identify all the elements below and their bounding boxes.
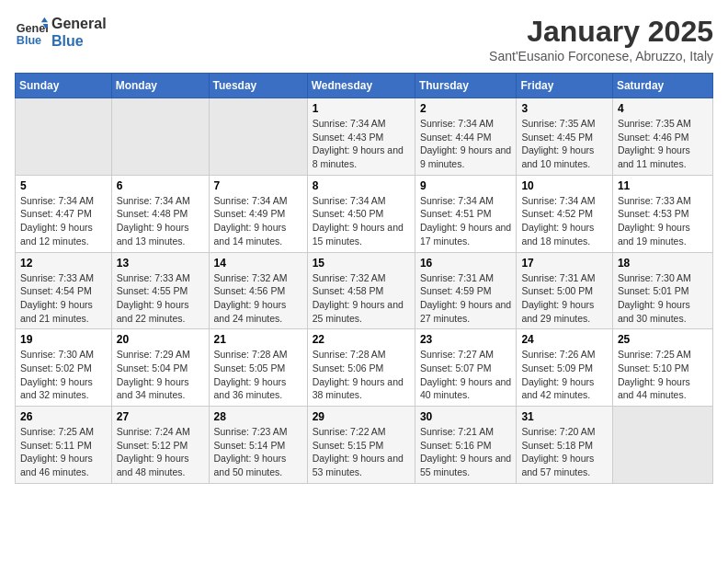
day-number: 27 xyxy=(117,410,204,423)
day-cell: 29Sunrise: 7:22 AM Sunset: 5:15 PM Dayli… xyxy=(307,407,415,484)
day-number: 15 xyxy=(313,257,410,270)
location-subtitle: Sant'Eusanio Forconese, Abruzzo, Italy xyxy=(489,49,713,63)
day-cell: 19Sunrise: 7:30 AM Sunset: 5:02 PM Dayli… xyxy=(16,329,112,407)
day-cell: 31Sunrise: 7:20 AM Sunset: 5:18 PM Dayli… xyxy=(517,407,612,484)
day-cell: 10Sunrise: 7:34 AM Sunset: 4:52 PM Dayli… xyxy=(517,175,612,252)
day-cell xyxy=(16,98,112,176)
day-info: Sunrise: 7:33 AM Sunset: 4:55 PM Dayligh… xyxy=(117,271,204,326)
day-info: Sunrise: 7:34 AM Sunset: 4:49 PM Dayligh… xyxy=(214,194,302,248)
day-info: Sunrise: 7:35 AM Sunset: 4:46 PM Dayligh… xyxy=(618,117,708,171)
day-info: Sunrise: 7:34 AM Sunset: 4:43 PM Dayligh… xyxy=(313,117,410,171)
week-row-2: 5Sunrise: 7:34 AM Sunset: 4:47 PM Daylig… xyxy=(16,175,713,252)
day-cell: 9Sunrise: 7:34 AM Sunset: 4:51 PM Daylig… xyxy=(415,175,517,252)
header-day-saturday: Saturday xyxy=(612,74,712,98)
day-cell: 3Sunrise: 7:35 AM Sunset: 4:45 PM Daylig… xyxy=(517,98,612,176)
day-number: 25 xyxy=(618,333,708,346)
day-cell: 16Sunrise: 7:31 AM Sunset: 4:59 PM Dayli… xyxy=(415,252,517,329)
day-info: Sunrise: 7:27 AM Sunset: 5:07 PM Dayligh… xyxy=(420,348,512,402)
day-number: 22 xyxy=(313,333,410,346)
day-number: 7 xyxy=(214,179,302,192)
day-info: Sunrise: 7:34 AM Sunset: 4:47 PM Dayligh… xyxy=(20,194,107,248)
day-cell: 30Sunrise: 7:21 AM Sunset: 5:16 PM Dayli… xyxy=(415,407,517,484)
day-number: 18 xyxy=(618,257,708,270)
day-cell: 12Sunrise: 7:33 AM Sunset: 4:54 PM Dayli… xyxy=(16,252,112,329)
day-info: Sunrise: 7:25 AM Sunset: 5:10 PM Dayligh… xyxy=(618,348,708,402)
day-info: Sunrise: 7:34 AM Sunset: 4:48 PM Dayligh… xyxy=(117,194,204,248)
header-row: SundayMondayTuesdayWednesdayThursdayFrid… xyxy=(16,74,713,98)
month-title: January 2025 xyxy=(489,15,713,49)
day-number: 6 xyxy=(117,179,204,192)
day-cell: 26Sunrise: 7:25 AM Sunset: 5:11 PM Dayli… xyxy=(16,407,112,484)
header-day-wednesday: Wednesday xyxy=(307,74,415,98)
day-info: Sunrise: 7:24 AM Sunset: 5:12 PM Dayligh… xyxy=(117,425,204,479)
day-info: Sunrise: 7:34 AM Sunset: 4:44 PM Dayligh… xyxy=(420,117,512,171)
day-number: 3 xyxy=(521,102,607,115)
day-cell: 15Sunrise: 7:32 AM Sunset: 4:58 PM Dayli… xyxy=(307,252,415,329)
day-number: 20 xyxy=(117,333,204,346)
day-info: Sunrise: 7:29 AM Sunset: 5:04 PM Dayligh… xyxy=(117,348,204,402)
day-number: 13 xyxy=(117,257,204,270)
calendar-table: SundayMondayTuesdayWednesdayThursdayFrid… xyxy=(15,73,713,484)
day-number: 23 xyxy=(420,333,512,346)
day-number: 24 xyxy=(521,333,607,346)
svg-text:Blue: Blue xyxy=(17,34,41,47)
day-cell: 11Sunrise: 7:33 AM Sunset: 4:53 PM Dayli… xyxy=(612,175,712,252)
day-info: Sunrise: 7:34 AM Sunset: 4:52 PM Dayligh… xyxy=(521,194,607,248)
day-info: Sunrise: 7:31 AM Sunset: 5:00 PM Dayligh… xyxy=(521,271,607,326)
day-number: 26 xyxy=(20,410,107,423)
day-cell: 21Sunrise: 7:28 AM Sunset: 5:05 PM Dayli… xyxy=(209,329,307,407)
day-number: 16 xyxy=(420,257,512,270)
title-block: January 2025 Sant'Eusanio Forconese, Abr… xyxy=(489,15,713,63)
header-day-sunday: Sunday xyxy=(16,74,112,98)
day-number: 30 xyxy=(420,410,512,423)
header-day-thursday: Thursday xyxy=(415,74,517,98)
calendar-header: SundayMondayTuesdayWednesdayThursdayFrid… xyxy=(16,74,713,98)
page-header: General Blue General Blue January 2025 S… xyxy=(15,15,713,63)
day-cell: 27Sunrise: 7:24 AM Sunset: 5:12 PM Dayli… xyxy=(111,407,209,484)
day-info: Sunrise: 7:33 AM Sunset: 4:54 PM Dayligh… xyxy=(20,271,107,326)
day-info: Sunrise: 7:33 AM Sunset: 4:53 PM Dayligh… xyxy=(618,194,708,248)
day-number: 14 xyxy=(214,257,302,270)
day-cell: 13Sunrise: 7:33 AM Sunset: 4:55 PM Dayli… xyxy=(111,252,209,329)
day-number: 17 xyxy=(521,257,607,270)
week-row-3: 12Sunrise: 7:33 AM Sunset: 4:54 PM Dayli… xyxy=(16,252,713,329)
week-row-4: 19Sunrise: 7:30 AM Sunset: 5:02 PM Dayli… xyxy=(16,329,713,407)
day-info: Sunrise: 7:30 AM Sunset: 5:01 PM Dayligh… xyxy=(618,271,708,326)
day-cell xyxy=(612,407,712,484)
day-number: 12 xyxy=(20,257,107,270)
day-cell: 2Sunrise: 7:34 AM Sunset: 4:44 PM Daylig… xyxy=(415,98,517,176)
day-cell: 7Sunrise: 7:34 AM Sunset: 4:49 PM Daylig… xyxy=(209,175,307,252)
header-day-friday: Friday xyxy=(517,74,612,98)
day-info: Sunrise: 7:35 AM Sunset: 4:45 PM Dayligh… xyxy=(521,117,607,171)
day-info: Sunrise: 7:28 AM Sunset: 5:06 PM Dayligh… xyxy=(313,348,410,402)
day-info: Sunrise: 7:31 AM Sunset: 4:59 PM Dayligh… xyxy=(420,271,512,326)
day-number: 8 xyxy=(313,179,410,192)
day-number: 11 xyxy=(618,179,708,192)
day-cell: 4Sunrise: 7:35 AM Sunset: 4:46 PM Daylig… xyxy=(612,98,712,176)
day-number: 19 xyxy=(20,333,107,346)
logo-blue: Blue xyxy=(51,32,107,50)
day-info: Sunrise: 7:22 AM Sunset: 5:15 PM Dayligh… xyxy=(313,425,410,479)
header-day-tuesday: Tuesday xyxy=(209,74,307,98)
day-info: Sunrise: 7:34 AM Sunset: 4:50 PM Dayligh… xyxy=(313,194,410,248)
day-number: 31 xyxy=(521,410,607,423)
day-number: 21 xyxy=(214,333,302,346)
day-info: Sunrise: 7:30 AM Sunset: 5:02 PM Dayligh… xyxy=(20,348,107,402)
day-cell: 14Sunrise: 7:32 AM Sunset: 4:56 PM Dayli… xyxy=(209,252,307,329)
day-cell: 23Sunrise: 7:27 AM Sunset: 5:07 PM Dayli… xyxy=(415,329,517,407)
day-cell: 5Sunrise: 7:34 AM Sunset: 4:47 PM Daylig… xyxy=(16,175,112,252)
day-number: 4 xyxy=(618,102,708,115)
day-number: 9 xyxy=(420,179,512,192)
day-number: 5 xyxy=(20,179,107,192)
day-number: 28 xyxy=(214,410,302,423)
day-cell: 1Sunrise: 7:34 AM Sunset: 4:43 PM Daylig… xyxy=(307,98,415,176)
day-cell: 25Sunrise: 7:25 AM Sunset: 5:10 PM Dayli… xyxy=(612,329,712,407)
logo-icon: General Blue xyxy=(15,16,48,49)
day-info: Sunrise: 7:32 AM Sunset: 4:58 PM Dayligh… xyxy=(313,271,410,326)
week-row-5: 26Sunrise: 7:25 AM Sunset: 5:11 PM Dayli… xyxy=(16,407,713,484)
day-number: 29 xyxy=(313,410,410,423)
day-info: Sunrise: 7:28 AM Sunset: 5:05 PM Dayligh… xyxy=(214,348,302,402)
day-cell: 8Sunrise: 7:34 AM Sunset: 4:50 PM Daylig… xyxy=(307,175,415,252)
day-info: Sunrise: 7:20 AM Sunset: 5:18 PM Dayligh… xyxy=(521,425,607,479)
day-info: Sunrise: 7:23 AM Sunset: 5:14 PM Dayligh… xyxy=(214,425,302,479)
